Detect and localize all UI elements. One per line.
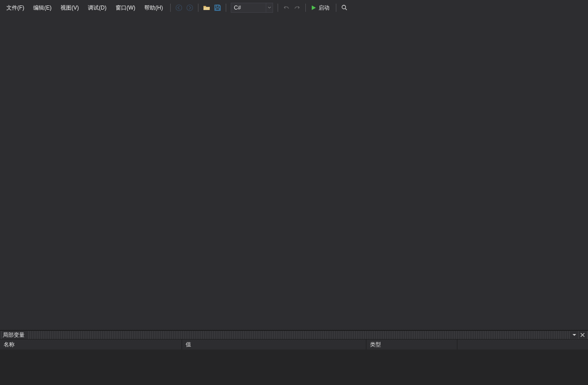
- play-icon: [310, 5, 317, 11]
- toolbar-separator: [336, 4, 336, 12]
- save-button[interactable]: [213, 3, 223, 13]
- arrow-left-circle-icon: [175, 4, 182, 11]
- save-icon: [214, 4, 221, 11]
- svg-line-5: [345, 9, 347, 10]
- menu-window[interactable]: 窗口(W): [111, 1, 140, 15]
- svg-point-1: [187, 5, 193, 11]
- arrow-right-circle-icon: [186, 4, 193, 11]
- undo-button[interactable]: [281, 3, 291, 13]
- menu-file[interactable]: 文件(F): [2, 1, 29, 15]
- toolbar-separator: [278, 4, 278, 12]
- svg-point-4: [342, 5, 346, 9]
- toolbar-separator: [305, 4, 306, 12]
- main-menu-toolbar: 文件(F) 编辑(E) 视图(V) 调试(D) 窗口(W) 帮助(H) C#: [0, 0, 588, 15]
- panel-close-button[interactable]: [579, 331, 586, 339]
- menu-debug[interactable]: 调试(D): [83, 1, 111, 15]
- language-selector[interactable]: C#: [231, 3, 273, 13]
- undo-icon: [283, 4, 290, 11]
- nav-back-button[interactable]: [174, 3, 184, 13]
- column-header-extra[interactable]: [457, 339, 588, 350]
- panel-column-headers: 名称 值 类型: [0, 339, 588, 350]
- column-header-type[interactable]: 类型: [366, 339, 457, 350]
- panel-title: 局部变量: [2, 331, 27, 339]
- panel-title-bar[interactable]: 局部变量: [0, 331, 588, 339]
- editor-area[interactable]: [0, 15, 588, 330]
- search-button[interactable]: [340, 3, 350, 13]
- svg-rect-2: [216, 5, 219, 7]
- column-header-value[interactable]: 值: [182, 339, 366, 350]
- svg-rect-3: [216, 8, 219, 10]
- chevron-down-icon: [266, 3, 273, 12]
- column-header-name[interactable]: 名称: [0, 339, 182, 350]
- start-button[interactable]: 启动: [309, 3, 333, 13]
- search-icon: [341, 4, 348, 11]
- panel-body[interactable]: [0, 350, 588, 385]
- menu-view[interactable]: 视图(V): [56, 1, 83, 15]
- toolbar-separator: [170, 4, 171, 12]
- open-folder-icon: [203, 4, 210, 11]
- menu-edit[interactable]: 编辑(E): [29, 1, 56, 15]
- toolbar-separator: [226, 4, 226, 12]
- language-selector-value: C#: [231, 5, 266, 11]
- redo-icon: [294, 4, 301, 11]
- chevron-down-icon: [572, 333, 577, 337]
- svg-point-0: [176, 5, 182, 11]
- locals-panel: 局部变量 名称 值 类型: [0, 330, 588, 385]
- panel-options-button[interactable]: [571, 331, 578, 339]
- close-icon: [580, 333, 585, 337]
- redo-button[interactable]: [292, 3, 302, 13]
- open-file-button[interactable]: [202, 3, 212, 13]
- nav-forward-button[interactable]: [185, 3, 195, 13]
- menu-help[interactable]: 帮助(H): [140, 1, 167, 15]
- toolbar-separator: [198, 4, 198, 12]
- start-button-label: 启动: [319, 4, 329, 12]
